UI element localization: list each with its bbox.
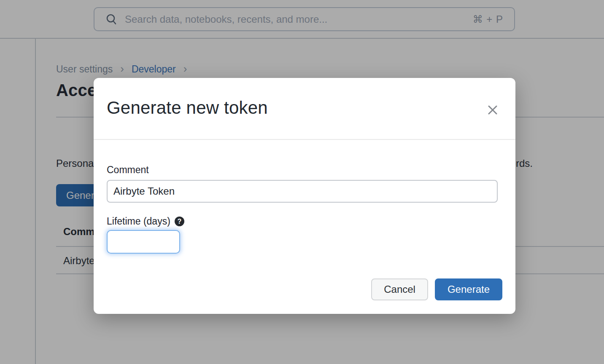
screen: ⌘ + P User settings › Developer › Access… bbox=[0, 0, 604, 364]
dialog-title: Generate new token bbox=[107, 98, 268, 118]
comment-label: Comment bbox=[107, 164, 149, 176]
cancel-button[interactable]: Cancel bbox=[371, 278, 428, 300]
lifetime-label-text: Lifetime (days) bbox=[107, 216, 170, 227]
help-icon[interactable]: ? bbox=[175, 217, 184, 226]
close-button[interactable] bbox=[484, 102, 501, 118]
close-icon bbox=[486, 104, 499, 116]
generate-token-dialog: Generate new token Comment Lifetime (day… bbox=[94, 78, 515, 314]
comment-label-text: Comment bbox=[107, 164, 149, 176]
dialog-footer: Cancel Generate bbox=[371, 278, 502, 300]
generate-button[interactable]: Generate bbox=[435, 278, 502, 300]
lifetime-input[interactable] bbox=[107, 230, 180, 254]
dialog-header-divider bbox=[94, 139, 515, 140]
comment-input[interactable] bbox=[107, 180, 498, 203]
lifetime-label: Lifetime (days) ? bbox=[107, 216, 184, 227]
